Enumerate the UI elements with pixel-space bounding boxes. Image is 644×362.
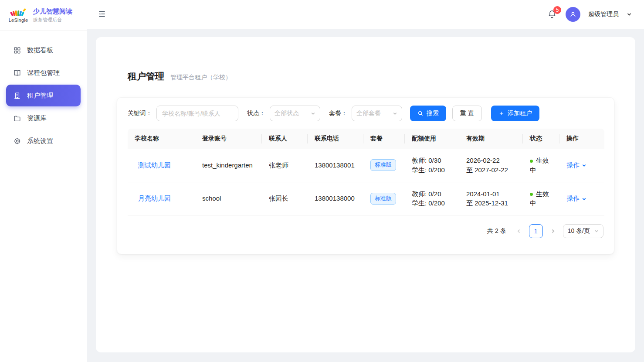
package-select-value: 全部套餐 [356,109,381,117]
chevron-down-icon[interactable] [582,197,586,201]
sidebar-item-course-packages[interactable]: 课程包管理 [0,62,87,84]
status-label: 状态： [247,109,265,117]
dashboard-grid-icon [13,46,21,55]
building-icon [13,92,21,100]
prev-page-button[interactable] [513,224,525,238]
status-badge: 生效中 [530,157,549,174]
col-validity: 有效期 [459,129,523,149]
add-tenant-button[interactable]: 添加租户 [491,106,539,121]
sidebar-item-label: 资源库 [27,114,47,123]
lesingle-fan-icon [10,7,26,17]
chevron-down-icon [393,111,397,116]
folder-icon [13,114,21,123]
sidebar-item-system-settings[interactable]: 系统设置 [0,130,87,152]
package-label: 套餐： [329,109,347,117]
brand-block: LeSingle 少儿智慧阅读 服务管理后台 [0,0,87,31]
sidebar-menu: 数据看板 课程包管理 租户管理 资源库 系统设置 [0,31,87,152]
status-cell: 生效中 [523,182,559,215]
pagination-total: 共 2 条 [487,227,506,235]
package-badge: 标准版 [370,159,396,171]
page-number-1[interactable]: 1 [529,224,543,238]
contact-phone: 13800138001 [308,149,363,182]
search-icon [417,110,424,116]
contact-name: 张老师 [262,149,308,182]
status-dot-icon [530,193,533,196]
school-name-link[interactable]: 测试幼儿园 [138,161,171,169]
row-actions-dropdown[interactable]: 操作 [566,161,580,169]
sidebar-item-dashboard[interactable]: 数据看板 [0,39,87,61]
book-icon [13,69,21,77]
brand-title: 少儿智慧阅读 [33,7,72,16]
pagination: 共 2 条 1 10 条/页 [128,224,603,238]
status-select-value: 全部状态 [275,109,299,117]
col-contact: 联系人 [262,129,308,149]
sidebar-item-label: 系统设置 [27,137,53,145]
search-button-label: 搜索 [427,109,439,117]
sidebar-item-label: 租户管理 [27,92,53,100]
content-area: 租户管理 管理平台租户（学校） 关键词： 状态： 全部状态 套餐： 全部套餐 [87,29,644,362]
status-dot-icon [530,160,533,163]
chevron-right-icon [550,229,556,234]
col-phone: 联系电话 [308,129,363,149]
col-school-name: 学校名称 [128,129,195,149]
tenant-management-card: 租户管理 管理平台租户（学校） 关键词： 状态： 全部状态 套餐： 全部套餐 [96,37,635,352]
next-page-button[interactable] [547,224,559,238]
add-tenant-button-label: 添加租户 [508,109,532,117]
brand-logo: LeSingle [8,7,29,23]
status-badge: 生效中 [530,190,549,207]
page-size-value: 10 条/页 [568,227,590,235]
status-cell: 生效中 [523,149,559,182]
table-row: 月亮幼儿园 school 张园长 13800138000 标准版 教师: 0/2… [128,182,604,215]
login-account: test_kindergarten [195,149,262,182]
notification-badge: 5 [553,6,561,14]
col-quota: 配额使用 [405,129,459,149]
menu-fold-icon [98,10,106,18]
brand-logo-text: LeSingle [8,17,29,23]
sidebar-collapse-button[interactable] [98,10,107,19]
validity-period: 2024-01-01 至 2025-12-31 [459,182,523,215]
chevron-down-icon [311,111,315,116]
col-package: 套餐 [363,129,405,149]
page-title: 租户管理 [128,70,164,82]
contact-name: 张园长 [262,182,308,215]
user-avatar[interactable] [566,7,580,22]
school-name-link[interactable]: 月亮幼儿园 [138,195,171,202]
actions-cell: 操作 [559,149,604,182]
table-header-row: 学校名称 登录账号 联系人 联系电话 套餐 配额使用 有效期 状态 操作 [128,129,604,149]
login-account: school [195,182,262,215]
top-header: 5 超级管理员 [87,0,644,29]
col-login-account: 登录账号 [195,129,262,149]
sidebar-item-resource-library[interactable]: 资源库 [0,107,87,129]
brand-subtitle: 服务管理后台 [33,17,72,23]
chevron-down-icon[interactable] [627,12,632,17]
row-actions-dropdown[interactable]: 操作 [566,195,580,202]
keyword-input[interactable] [156,106,238,121]
page-subtitle: 管理平台租户（学校） [170,74,231,82]
gear-icon [13,137,21,145]
sidebar-item-label: 课程包管理 [27,69,60,77]
page-size-select[interactable]: 10 条/页 [563,224,603,238]
quota-usage: 教师: 0/30 学生: 0/200 [405,149,459,182]
sidebar-item-tenant-management[interactable]: 租户管理 [6,85,81,106]
package-badge: 标准版 [370,193,396,205]
reset-button[interactable]: 重 置 [452,106,482,121]
sidebar-item-label: 数据看板 [27,46,53,55]
tenant-table: 学校名称 登录账号 联系人 联系电话 套餐 配额使用 有效期 状态 操作 [128,129,604,215]
table-row: 测试幼儿园 test_kindergarten 张老师 13800138001 … [128,149,604,182]
validity-period: 2026-02-22 至 2027-02-22 [459,149,523,182]
page-head: 租户管理 管理平台租户（学校） [128,70,614,82]
chevron-down-icon [594,229,599,233]
chevron-down-icon[interactable] [582,163,586,168]
notifications-button[interactable]: 5 [547,9,558,20]
plus-icon [498,110,505,116]
status-select[interactable]: 全部状态 [270,106,320,121]
sidebar: LeSingle 少儿智慧阅读 服务管理后台 数据看板 课程包管理 租户管理 [0,0,87,362]
package-select[interactable]: 全部套餐 [352,106,402,121]
col-actions: 操作 [559,129,604,149]
user-name[interactable]: 超级管理员 [588,10,619,18]
tenant-panel: 关键词： 状态： 全部状态 套餐： 全部套餐 搜索 [117,97,614,254]
quota-usage: 教师: 0/20 学生: 0/200 [405,182,459,215]
col-status: 状态 [523,129,559,149]
search-button[interactable]: 搜索 [410,106,446,121]
contact-phone: 13800138000 [308,182,363,215]
